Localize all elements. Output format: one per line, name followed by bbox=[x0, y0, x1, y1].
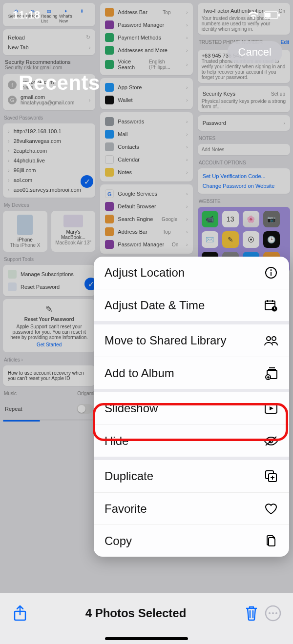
action-label: Slideshow bbox=[105, 402, 158, 415]
cancel-button[interactable]: Cancel bbox=[228, 41, 282, 63]
action-slideshow[interactable]: Slideshow bbox=[94, 392, 289, 424]
action-label: Favorite bbox=[105, 502, 147, 516]
svg-rect-4 bbox=[271, 272, 272, 276]
eye-off-icon bbox=[264, 434, 278, 448]
svg-point-22 bbox=[269, 612, 271, 614]
share-button[interactable] bbox=[12, 605, 28, 622]
action-label: Hide bbox=[105, 434, 128, 448]
action-hide[interactable]: Hide bbox=[94, 424, 289, 457]
add-album-icon bbox=[264, 366, 278, 381]
svg-point-5 bbox=[271, 269, 272, 271]
copy-icon bbox=[264, 534, 278, 548]
svg-point-24 bbox=[275, 612, 277, 614]
people-icon bbox=[264, 333, 278, 348]
home-indicator bbox=[105, 637, 188, 640]
info-icon bbox=[264, 265, 278, 280]
page-title: Recents bbox=[19, 71, 100, 95]
svg-rect-1 bbox=[265, 13, 271, 18]
action-move-shared-library[interactable]: Move to Shared Library bbox=[94, 324, 289, 357]
action-sheet: Adjust Location Adjust Date & Time Move … bbox=[94, 257, 289, 557]
svg-rect-2 bbox=[278, 14, 280, 17]
action-label: Copy bbox=[105, 534, 132, 548]
svg-point-11 bbox=[267, 337, 271, 341]
wifi-icon bbox=[247, 10, 260, 20]
action-label: Adjust Date & Time bbox=[105, 299, 205, 312]
status-bar: 11:18 bbox=[0, 9, 293, 21]
action-adjust-date-time[interactable]: Adjust Date & Time bbox=[94, 289, 289, 321]
action-copy[interactable]: Copy bbox=[94, 524, 289, 557]
action-favorite[interactable]: Favorite bbox=[94, 492, 289, 524]
more-button[interactable] bbox=[265, 605, 281, 622]
calendar-clock-icon bbox=[264, 298, 278, 313]
action-label: Duplicate bbox=[105, 469, 153, 483]
battery-icon bbox=[264, 11, 280, 19]
duplicate-icon bbox=[264, 469, 278, 483]
heart-icon bbox=[264, 502, 278, 516]
bottom-toolbar: 4 Photos Selected bbox=[0, 593, 293, 644]
play-icon bbox=[264, 401, 278, 416]
action-label: Adjust Location bbox=[105, 266, 185, 280]
trash-button[interactable] bbox=[243, 605, 260, 622]
selection-count: 4 Photos Selected bbox=[28, 606, 243, 620]
action-add-to-album[interactable]: Add to Album bbox=[94, 357, 289, 389]
svg-point-12 bbox=[272, 337, 276, 341]
action-label: Add to Album bbox=[105, 366, 174, 380]
action-duplicate[interactable]: Duplicate bbox=[94, 460, 289, 492]
action-adjust-location[interactable]: Adjust Location bbox=[94, 257, 289, 289]
action-label: Move to Shared Library bbox=[105, 334, 226, 347]
status-time: 11:18 bbox=[13, 9, 40, 21]
svg-point-23 bbox=[272, 612, 274, 614]
